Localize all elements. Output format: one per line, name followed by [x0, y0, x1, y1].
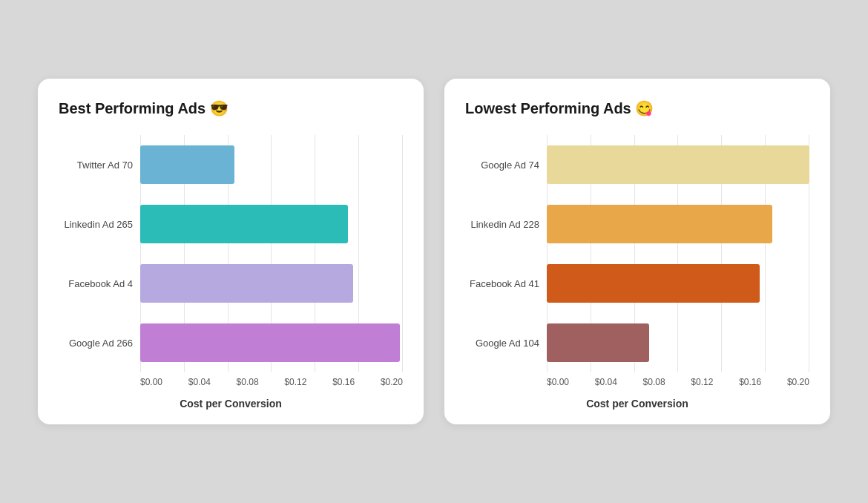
best-x-axis-labels: $0.00$0.04$0.08$0.12$0.16$0.20: [59, 377, 403, 387]
y-label: Facebook Ad 4: [59, 254, 133, 313]
lowest-chart-inner: Google Ad 74Linkedin Ad 228Facebook Ad 4…: [465, 135, 809, 372]
x-label: $0.04: [595, 377, 617, 387]
bar: [547, 323, 649, 362]
lowest-chart-area: Google Ad 74Linkedin Ad 228Facebook Ad 4…: [465, 135, 809, 410]
lowest-bars-container: [547, 135, 809, 372]
y-label: Twitter Ad 70: [59, 135, 133, 194]
best-y-labels: Twitter Ad 70Linkedin Ad 265Facebook Ad …: [59, 135, 140, 372]
x-label: $0.00: [547, 377, 569, 387]
lowest-card-title: Lowest Performing Ads 😋: [465, 99, 809, 117]
best-bars-container: [140, 135, 403, 372]
bar-row: [547, 254, 809, 313]
x-label: $0.20: [381, 377, 403, 387]
y-label: Facebook Ad 41: [465, 254, 539, 313]
bar-row: [140, 135, 403, 194]
bar: [140, 323, 400, 362]
y-label: Google Ad 104: [465, 313, 539, 372]
bar: [140, 264, 353, 303]
lowest-x-labels-row: $0.00$0.04$0.08$0.12$0.16$0.20: [547, 377, 809, 387]
best-performing-card: Best Performing Ads 😎 Twitter Ad 70Linke…: [38, 79, 424, 424]
bar: [547, 145, 809, 184]
x-label: $0.16: [739, 377, 761, 387]
lowest-performing-card: Lowest Performing Ads 😋 Google Ad 74Link…: [444, 79, 830, 424]
bar: [140, 145, 234, 184]
bar-row: [140, 313, 403, 372]
bar-row: [547, 194, 809, 254]
x-label: $0.08: [237, 377, 259, 387]
lowest-x-axis-labels: $0.00$0.04$0.08$0.12$0.16$0.20: [465, 377, 809, 387]
bar-row: [547, 313, 809, 372]
y-label: Google Ad 266: [59, 313, 133, 372]
x-label: $0.12: [691, 377, 713, 387]
x-label: $0.00: [140, 377, 162, 387]
y-label: Google Ad 74: [465, 135, 539, 194]
best-x-axis-title: Cost per Conversion: [59, 398, 403, 410]
bar-row: [547, 135, 809, 194]
bar: [547, 205, 772, 243]
y-label: Linkedin Ad 228: [465, 194, 539, 254]
best-chart-inner: Twitter Ad 70Linkedin Ad 265Facebook Ad …: [59, 135, 403, 372]
bar: [547, 264, 760, 303]
lowest-x-axis-title: Cost per Conversion: [465, 398, 809, 410]
y-label: Linkedin Ad 265: [59, 194, 133, 254]
x-label: $0.04: [188, 377, 211, 387]
x-label: $0.08: [643, 377, 665, 387]
best-card-title: Best Performing Ads 😎: [59, 99, 403, 117]
x-label: $0.20: [787, 377, 809, 387]
best-x-labels-row: $0.00$0.04$0.08$0.12$0.16$0.20: [140, 377, 403, 387]
x-label: $0.16: [332, 377, 355, 387]
bar: [140, 205, 348, 243]
bar-row: [140, 194, 403, 254]
best-chart-area: Twitter Ad 70Linkedin Ad 265Facebook Ad …: [59, 135, 403, 410]
dashboard: Best Performing Ads 😎 Twitter Ad 70Linke…: [14, 55, 854, 448]
lowest-y-labels: Google Ad 74Linkedin Ad 228Facebook Ad 4…: [465, 135, 547, 372]
bar-row: [140, 254, 403, 313]
x-label: $0.12: [284, 377, 306, 387]
